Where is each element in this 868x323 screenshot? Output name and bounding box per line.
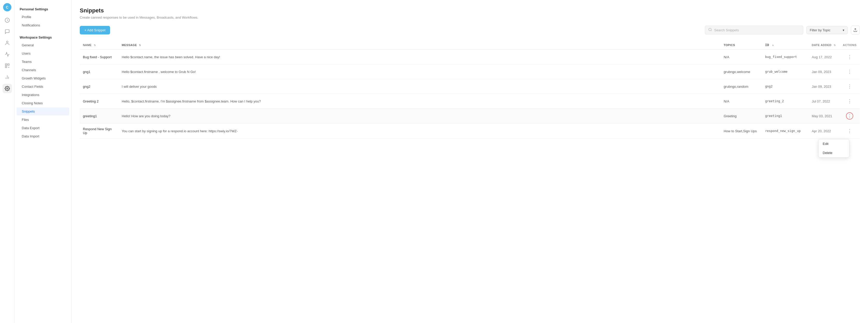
cell-date: May 03, 2021 <box>809 109 840 124</box>
sort-name-icon[interactable]: ⇅ <box>94 44 96 46</box>
contacts-icon-btn[interactable] <box>3 38 12 47</box>
nav-item-profile[interactable]: Profile <box>17 13 69 21</box>
chat-icon-btn[interactable] <box>3 27 12 36</box>
snippets-table: NAME ⇅ MESSAGE ⇅ TOPICS ID ⇅ DATE ADDED <box>80 41 860 139</box>
export-button[interactable] <box>851 26 860 34</box>
user-avatar[interactable]: C <box>3 3 11 11</box>
table-row: Bug fixed - Support Hello $contact.name,… <box>80 50 860 64</box>
search-icon <box>708 28 712 32</box>
col-header-actions: ACTIONS <box>840 41 860 50</box>
cell-id: gng2 <box>762 79 809 94</box>
col-header-name: NAME ⇅ <box>80 41 119 50</box>
cell-topics: Greeting <box>721 109 762 124</box>
table-row: greeting1 Hello! How are you doing today… <box>80 109 860 124</box>
toolbar: + Add Snippet Filter by Topic ▾ <box>80 26 860 34</box>
sort-id-icon[interactable]: ⇅ <box>772 44 774 46</box>
cell-message: Hello $contact.name, the issue has been … <box>119 50 721 64</box>
row-more-button[interactable]: ⋮ <box>846 127 853 135</box>
workspace-settings-title: Workspace Settings <box>14 33 71 41</box>
personal-settings-title: Personal Settings <box>14 5 71 13</box>
left-nav: Personal Settings Profile Notifications … <box>14 0 71 323</box>
svg-rect-4 <box>5 66 7 68</box>
cell-name: gng2 <box>80 79 119 94</box>
home-icon-btn[interactable] <box>3 15 12 25</box>
cell-topics: grubngo,random <box>721 79 762 94</box>
svg-point-1 <box>6 41 8 43</box>
table-row: gng2 I will deliver your goods grubngo,r… <box>80 79 860 94</box>
context-menu-edit[interactable]: Edit <box>818 139 849 148</box>
reports-icon-btn[interactable] <box>3 72 12 82</box>
nav-item-users[interactable]: Users <box>17 50 69 58</box>
cell-id: greeting_2 <box>762 94 809 109</box>
search-input[interactable] <box>714 28 800 32</box>
nav-item-snippets[interactable]: Snippets <box>17 107 69 116</box>
col-header-id: ID ⇅ <box>762 41 809 50</box>
cell-id: bug_fixed_support <box>762 50 809 64</box>
cell-date: Aug 17, 2022 <box>809 50 840 64</box>
cell-actions: ⋮ <box>840 124 860 139</box>
cell-topics: grubngo,welcome <box>721 64 762 79</box>
svg-point-9 <box>709 28 711 31</box>
cell-id: respond_new_sign_up <box>762 124 809 139</box>
context-menu: Edit Delete <box>818 139 849 158</box>
page-title: Snippets <box>80 7 860 14</box>
cell-date: Jan 09, 2023 <box>809 79 840 94</box>
cell-date: Jul 07, 2022 <box>809 94 840 109</box>
cell-message: Hello, $contact.firstname, I'm $assignee… <box>119 94 721 109</box>
nav-item-general[interactable]: General <box>17 41 69 49</box>
row-more-button[interactable]: ⋮ <box>846 112 853 120</box>
cell-name: gng1 <box>80 64 119 79</box>
svg-point-8 <box>6 88 8 89</box>
svg-line-10 <box>711 30 712 31</box>
nav-item-teams[interactable]: Teams <box>17 58 69 66</box>
row-more-button[interactable]: ⋮ <box>846 68 853 75</box>
cell-message: Hello $contact.firstname , welcome to Gr… <box>119 64 721 79</box>
cell-name: Greeting 2 <box>80 94 119 109</box>
row-more-button[interactable]: ⋮ <box>846 83 853 90</box>
workflow-icon-btn[interactable] <box>3 61 12 70</box>
filter-by-topic-dropdown[interactable]: Filter by Topic ▾ <box>806 26 848 34</box>
nav-item-closing-notes[interactable]: Closing Notes <box>17 99 69 107</box>
broadcast-icon-btn[interactable] <box>3 50 12 59</box>
cell-message: You can start by signing up for a respon… <box>119 124 721 139</box>
main-content: Snippets Create canned responses to be u… <box>71 0 868 323</box>
cell-date: Apr 20, 2022 <box>809 124 840 139</box>
context-menu-delete[interactable]: Delete <box>818 148 849 157</box>
filter-label: Filter by Topic <box>810 28 831 32</box>
row-more-button[interactable]: ⋮ <box>846 53 853 61</box>
sort-message-icon[interactable]: ⇅ <box>139 44 141 46</box>
nav-item-integrations[interactable]: Integrations <box>17 91 69 99</box>
cell-id: grub_welcome <box>762 64 809 79</box>
col-header-message: MESSAGE ⇅ <box>119 41 721 50</box>
cell-date: Jan 09, 2023 <box>809 64 840 79</box>
snippets-table-container: NAME ⇅ MESSAGE ⇅ TOPICS ID ⇅ DATE ADDED <box>80 41 860 139</box>
chevron-down-icon: ▾ <box>843 28 844 32</box>
cell-actions: ⋮ <box>840 79 860 94</box>
cell-actions: ⋮ <box>840 50 860 64</box>
cell-actions: ⋮ <box>840 94 860 109</box>
icon-sidebar: C <box>0 0 14 323</box>
cell-topics: N/A <box>721 50 762 64</box>
cell-actions: ⋮ <box>840 64 860 79</box>
svg-rect-2 <box>5 64 7 65</box>
add-snippet-button[interactable]: + Add Snippet <box>80 26 110 34</box>
cell-id: greeting1 <box>762 109 809 124</box>
sort-date-icon[interactable]: ⇅ <box>834 44 836 46</box>
cell-actions: ⋮ <box>840 109 860 124</box>
settings-icon-btn[interactable] <box>3 84 12 93</box>
svg-rect-3 <box>7 64 9 65</box>
nav-item-channels[interactable]: Channels <box>17 66 69 74</box>
nav-item-data-export[interactable]: Data Export <box>17 124 69 132</box>
page-subtitle: Create canned responses to be used in Me… <box>80 15 860 20</box>
row-more-button[interactable]: ⋮ <box>846 98 853 105</box>
nav-item-notifications[interactable]: Notifications <box>17 21 69 29</box>
nav-item-files[interactable]: Files <box>17 116 69 124</box>
cell-message: I will deliver your goods <box>119 79 721 94</box>
table-row: Greeting 2 Hello, $contact.firstname, I'… <box>80 94 860 109</box>
cell-name: Respond New Sign Up <box>80 124 119 139</box>
nav-item-growth-widgets[interactable]: Growth Widgets <box>17 74 69 82</box>
col-header-date: DATE ADDED ⇅ <box>809 41 840 50</box>
cell-topics: N/A <box>721 94 762 109</box>
nav-item-data-import[interactable]: Data Import <box>17 132 69 140</box>
nav-item-contact-fields[interactable]: Contact Fields <box>17 83 69 91</box>
